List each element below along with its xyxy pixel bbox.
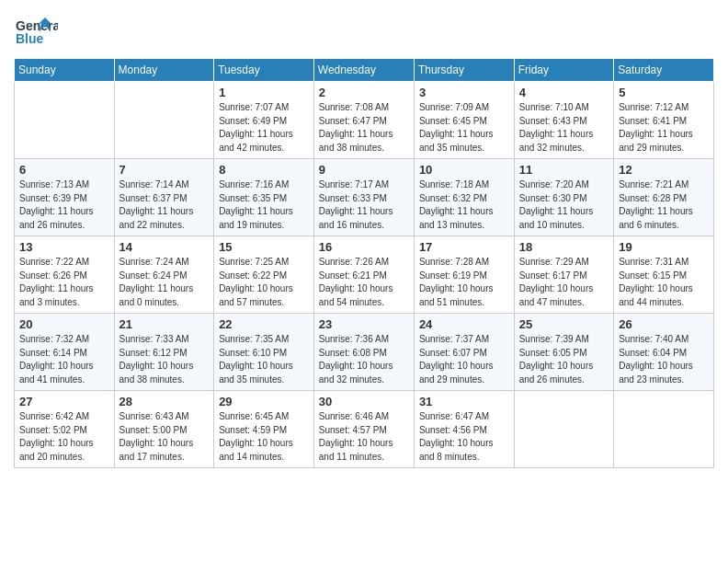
day-info: Sunrise: 7:22 AM Sunset: 6:26 PM Dayligh…	[19, 256, 109, 309]
calendar-week-row: 13Sunrise: 7:22 AM Sunset: 6:26 PM Dayli…	[15, 236, 714, 314]
calendar-cell: 9Sunrise: 7:17 AM Sunset: 6:33 PM Daylig…	[313, 159, 414, 236]
calendar-cell	[114, 82, 214, 159]
calendar-cell: 8Sunrise: 7:16 AM Sunset: 6:35 PM Daylig…	[214, 159, 314, 236]
weekday-header-wednesday: Wednesday	[313, 59, 414, 82]
day-info: Sunrise: 7:33 AM Sunset: 6:12 PM Dayligh…	[119, 333, 210, 386]
calendar-cell: 18Sunrise: 7:29 AM Sunset: 6:17 PM Dayli…	[514, 236, 614, 314]
calendar-cell: 15Sunrise: 7:25 AM Sunset: 6:22 PM Dayli…	[214, 236, 314, 314]
day-number: 26	[619, 317, 709, 331]
calendar-cell: 1Sunrise: 7:07 AM Sunset: 6:49 PM Daylig…	[214, 82, 314, 159]
calendar-cell: 28Sunrise: 6:43 AM Sunset: 5:00 PM Dayli…	[114, 391, 214, 468]
day-number: 23	[319, 317, 409, 331]
day-number: 3	[419, 86, 509, 99]
day-number: 28	[119, 395, 210, 408]
day-info: Sunrise: 6:42 AM Sunset: 5:02 PM Dayligh…	[19, 410, 109, 464]
day-number: 6	[19, 163, 109, 177]
day-number: 4	[519, 86, 609, 99]
day-info: Sunrise: 7:16 AM Sunset: 6:35 PM Dayligh…	[219, 178, 309, 232]
day-info: Sunrise: 7:29 AM Sunset: 6:17 PM Dayligh…	[519, 256, 609, 309]
day-info: Sunrise: 7:32 AM Sunset: 6:14 PM Dayligh…	[19, 333, 109, 386]
day-info: Sunrise: 6:43 AM Sunset: 5:00 PM Dayligh…	[119, 410, 210, 464]
day-number: 14	[119, 240, 210, 254]
calendar-cell: 25Sunrise: 7:39 AM Sunset: 6:05 PM Dayli…	[514, 314, 614, 391]
logo-icon: General Blue	[14, 14, 58, 51]
day-info: Sunrise: 6:45 AM Sunset: 4:59 PM Dayligh…	[219, 410, 309, 464]
calendar-cell: 4Sunrise: 7:10 AM Sunset: 6:43 PM Daylig…	[514, 82, 614, 159]
calendar-week-row: 1Sunrise: 7:07 AM Sunset: 6:49 PM Daylig…	[15, 82, 714, 159]
day-number: 30	[319, 395, 409, 408]
day-info: Sunrise: 7:09 AM Sunset: 6:45 PM Dayligh…	[419, 101, 509, 155]
calendar-cell: 6Sunrise: 7:13 AM Sunset: 6:39 PM Daylig…	[15, 159, 115, 236]
calendar-cell: 30Sunrise: 6:46 AM Sunset: 4:57 PM Dayli…	[313, 391, 414, 468]
day-info: Sunrise: 7:40 AM Sunset: 6:04 PM Dayligh…	[619, 333, 709, 386]
calendar-cell: 22Sunrise: 7:35 AM Sunset: 6:10 PM Dayli…	[214, 314, 314, 391]
day-number: 29	[219, 395, 309, 408]
day-info: Sunrise: 7:13 AM Sunset: 6:39 PM Dayligh…	[19, 178, 109, 232]
day-info: Sunrise: 7:36 AM Sunset: 6:08 PM Dayligh…	[319, 333, 409, 386]
day-info: Sunrise: 7:21 AM Sunset: 6:28 PM Dayligh…	[619, 178, 709, 232]
calendar-cell: 12Sunrise: 7:21 AM Sunset: 6:28 PM Dayli…	[614, 159, 714, 236]
day-info: Sunrise: 7:35 AM Sunset: 6:10 PM Dayligh…	[219, 333, 309, 386]
day-info: Sunrise: 7:20 AM Sunset: 6:30 PM Dayligh…	[519, 178, 609, 232]
calendar-cell: 5Sunrise: 7:12 AM Sunset: 6:41 PM Daylig…	[614, 82, 714, 159]
day-info: Sunrise: 7:37 AM Sunset: 6:07 PM Dayligh…	[419, 333, 509, 386]
day-number: 11	[519, 163, 609, 177]
day-number: 10	[419, 163, 509, 177]
day-info: Sunrise: 7:14 AM Sunset: 6:37 PM Dayligh…	[119, 178, 210, 232]
day-number: 22	[219, 317, 309, 331]
day-info: Sunrise: 7:24 AM Sunset: 6:24 PM Dayligh…	[119, 256, 210, 309]
calendar-cell: 24Sunrise: 7:37 AM Sunset: 6:07 PM Dayli…	[414, 314, 514, 391]
day-number: 8	[219, 163, 309, 177]
day-number: 15	[219, 240, 309, 254]
calendar-cell	[514, 391, 614, 468]
logo: General Blue	[14, 14, 58, 51]
calendar-week-row: 20Sunrise: 7:32 AM Sunset: 6:14 PM Dayli…	[15, 314, 714, 391]
calendar-cell: 20Sunrise: 7:32 AM Sunset: 6:14 PM Dayli…	[15, 314, 115, 391]
calendar-cell: 27Sunrise: 6:42 AM Sunset: 5:02 PM Dayli…	[15, 391, 115, 468]
calendar-cell: 26Sunrise: 7:40 AM Sunset: 6:04 PM Dayli…	[614, 314, 714, 391]
calendar-cell	[614, 391, 714, 468]
day-number: 1	[219, 86, 309, 99]
calendar-cell: 3Sunrise: 7:09 AM Sunset: 6:45 PM Daylig…	[414, 82, 514, 159]
day-info: Sunrise: 6:47 AM Sunset: 4:56 PM Dayligh…	[419, 410, 509, 464]
calendar-cell: 2Sunrise: 7:08 AM Sunset: 6:47 PM Daylig…	[313, 82, 414, 159]
calendar-cell: 17Sunrise: 7:28 AM Sunset: 6:19 PM Dayli…	[414, 236, 514, 314]
day-info: Sunrise: 7:25 AM Sunset: 6:22 PM Dayligh…	[219, 256, 309, 309]
day-number: 24	[419, 317, 509, 331]
day-number: 25	[519, 317, 609, 331]
calendar-cell: 7Sunrise: 7:14 AM Sunset: 6:37 PM Daylig…	[114, 159, 214, 236]
calendar-cell	[15, 82, 115, 159]
day-number: 31	[419, 395, 509, 408]
calendar-cell: 10Sunrise: 7:18 AM Sunset: 6:32 PM Dayli…	[414, 159, 514, 236]
weekday-header-saturday: Saturday	[614, 59, 714, 82]
day-info: Sunrise: 7:12 AM Sunset: 6:41 PM Dayligh…	[619, 101, 709, 155]
calendar-week-row: 6Sunrise: 7:13 AM Sunset: 6:39 PM Daylig…	[15, 159, 714, 236]
weekday-header-row: SundayMondayTuesdayWednesdayThursdayFrid…	[15, 59, 714, 82]
day-info: Sunrise: 7:28 AM Sunset: 6:19 PM Dayligh…	[419, 256, 509, 309]
day-number: 18	[519, 240, 609, 254]
day-number: 16	[319, 240, 409, 254]
weekday-header-sunday: Sunday	[15, 59, 115, 82]
weekday-header-friday: Friday	[514, 59, 614, 82]
calendar-cell: 11Sunrise: 7:20 AM Sunset: 6:30 PM Dayli…	[514, 159, 614, 236]
day-number: 12	[619, 163, 709, 177]
day-info: Sunrise: 7:07 AM Sunset: 6:49 PM Dayligh…	[219, 101, 309, 155]
calendar-cell: 31Sunrise: 6:47 AM Sunset: 4:56 PM Dayli…	[414, 391, 514, 468]
calendar-table: SundayMondayTuesdayWednesdayThursdayFrid…	[14, 58, 714, 468]
day-info: Sunrise: 7:18 AM Sunset: 6:32 PM Dayligh…	[419, 178, 509, 232]
calendar-cell: 16Sunrise: 7:26 AM Sunset: 6:21 PM Dayli…	[313, 236, 414, 314]
calendar-cell: 19Sunrise: 7:31 AM Sunset: 6:15 PM Dayli…	[614, 236, 714, 314]
page-header: General Blue	[14, 14, 714, 51]
day-number: 19	[619, 240, 709, 254]
day-number: 2	[319, 86, 409, 99]
day-number: 9	[319, 163, 409, 177]
day-number: 27	[19, 395, 109, 408]
svg-text:Blue: Blue	[16, 31, 44, 46]
day-info: Sunrise: 7:31 AM Sunset: 6:15 PM Dayligh…	[619, 256, 709, 309]
day-number: 13	[19, 240, 109, 254]
weekday-header-thursday: Thursday	[414, 59, 514, 82]
weekday-header-monday: Monday	[114, 59, 214, 82]
day-info: Sunrise: 6:46 AM Sunset: 4:57 PM Dayligh…	[319, 410, 409, 464]
day-info: Sunrise: 7:17 AM Sunset: 6:33 PM Dayligh…	[319, 178, 409, 232]
day-number: 7	[119, 163, 210, 177]
